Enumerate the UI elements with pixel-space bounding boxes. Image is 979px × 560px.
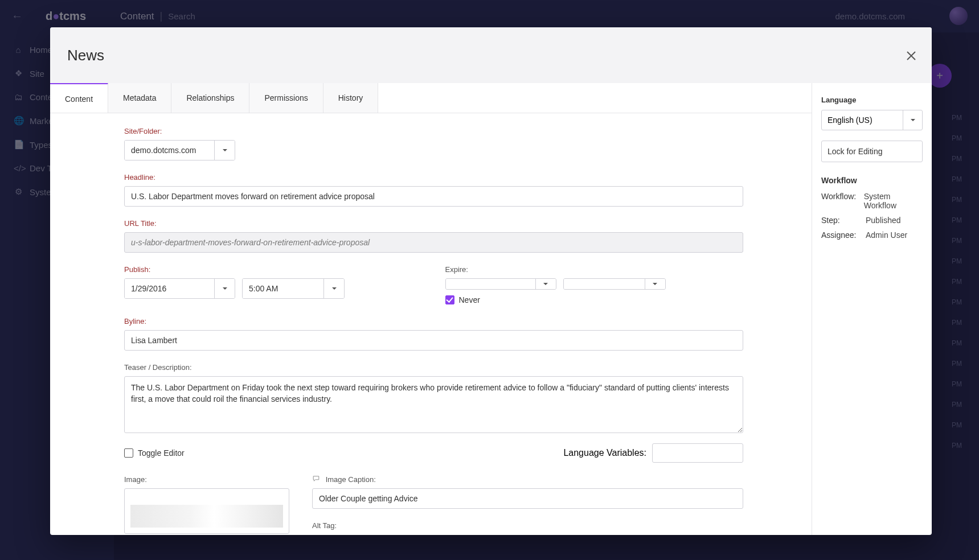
teaser-textarea[interactable] (124, 376, 743, 433)
close-icon (904, 49, 918, 63)
chevron-down-icon (535, 279, 556, 289)
workflow-step-row: Step:Published (821, 216, 923, 225)
site-folder-select[interactable]: demo.dotcms.com (124, 140, 235, 160)
headline-input[interactable] (124, 186, 743, 207)
byline-label: Byline: (124, 317, 743, 326)
chevron-down-icon (645, 279, 665, 289)
expire-time-value (564, 279, 645, 289)
toggle-editor-label: Toggle Editor (138, 448, 185, 458)
toggle-editor-checkbox[interactable] (124, 448, 133, 458)
publish-label: Publish: (124, 265, 423, 274)
tab-metadata[interactable]: Metadata (108, 83, 171, 113)
chevron-down-icon (214, 141, 235, 160)
byline-input[interactable] (124, 330, 743, 351)
image-thumbnail (130, 505, 283, 528)
site-folder-label: Site/Folder: (124, 127, 743, 135)
tab-relationships[interactable]: Relationships (171, 83, 249, 113)
image-picker[interactable] (124, 488, 289, 534)
publish-time-select[interactable]: 5:00 AM (242, 278, 345, 299)
workflow-row: Workflow:System Workflow (821, 192, 923, 210)
url-title-input (124, 232, 743, 253)
expire-never-checkbox[interactable] (445, 295, 454, 304)
content-modal: News Content Metadata Relationships Perm… (50, 27, 932, 535)
image-caption-label: Image Caption: (312, 475, 743, 484)
expire-date-value (446, 279, 535, 289)
url-title-label: URL Title: (124, 219, 743, 228)
image-label: Image: (124, 475, 289, 484)
tab-history[interactable]: History (323, 83, 379, 113)
alt-tag-label: Alt Tag: (312, 521, 743, 530)
site-folder-value: demo.dotcms.com (125, 141, 214, 160)
image-caption-input[interactable] (312, 488, 743, 509)
tab-permissions[interactable]: Permissions (249, 83, 323, 113)
expire-label: Expire: (445, 265, 744, 274)
modal-title: News (67, 47, 104, 64)
chevron-down-icon (214, 279, 235, 298)
speech-icon (312, 475, 320, 482)
chevron-down-icon (903, 110, 922, 130)
workflow-title: Workflow (821, 176, 923, 185)
expire-date-select[interactable] (445, 278, 556, 290)
expire-never-label: Never (459, 295, 480, 304)
expire-time-select[interactable] (563, 278, 666, 290)
language-variables-label: Language Variables: (563, 448, 646, 458)
teaser-label: Teaser / Description: (124, 363, 743, 372)
language-variables-input[interactable] (652, 443, 743, 463)
publish-time-value: 5:00 AM (243, 279, 323, 298)
language-select[interactable]: English (US) (821, 110, 923, 130)
content-form: Site/Folder: demo.dotcms.com Headline: U… (50, 113, 812, 535)
modal-header: News (50, 27, 932, 83)
lock-for-editing-button[interactable]: Lock for Editing (821, 141, 923, 162)
side-panel: Language English (US) Lock for Editing W… (812, 83, 932, 535)
language-value: English (US) (822, 110, 903, 130)
headline-label: Headline: (124, 173, 743, 182)
tabs: Content Metadata Relationships Permissio… (50, 83, 812, 113)
chevron-down-icon (323, 279, 344, 298)
publish-date-value: 1/29/2016 (125, 279, 214, 298)
tab-content[interactable]: Content (50, 83, 108, 113)
close-button[interactable] (904, 49, 918, 63)
workflow-assignee-row: Assignee:Admin User (821, 230, 923, 240)
publish-date-select[interactable]: 1/29/2016 (124, 278, 235, 299)
language-label: Language (821, 96, 923, 104)
